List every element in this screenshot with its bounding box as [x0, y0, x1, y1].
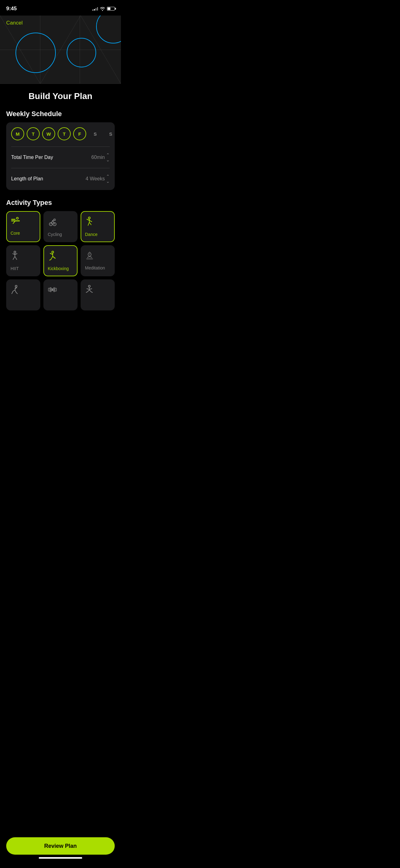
length-stepper-icon: ⌃⌄ — [106, 174, 110, 184]
length-of-plan-value[interactable]: 4 Weeks ⌃⌄ — [86, 174, 110, 184]
svg-rect-18 — [55, 288, 57, 291]
svg-rect-15 — [48, 288, 50, 291]
hiit-icon — [10, 251, 19, 263]
activity-kickboxing[interactable]: Kickboxing — [43, 245, 77, 276]
length-of-plan-row: Length of Plan 4 Weeks ⌃⌄ — [11, 173, 110, 185]
dance-icon — [85, 217, 94, 229]
total-time-row: Total Time Per Day 60min ⌃⌄ — [11, 151, 110, 164]
cancel-button[interactable]: Cancel — [6, 20, 23, 26]
svg-point-12 — [89, 254, 90, 254]
yoga-icon — [85, 285, 94, 297]
running-icon — [10, 285, 19, 297]
activity-more-3[interactable] — [80, 279, 115, 310]
activity-types-title: Activity Types — [6, 199, 115, 207]
signal-icon — [92, 7, 98, 10]
activity-cycling[interactable]: Cycling — [43, 211, 77, 242]
hiit-label: HIIT — [10, 266, 19, 271]
day-monday[interactable]: M — [11, 127, 24, 140]
strength-icon — [48, 285, 57, 295]
days-row: M T W T F S S — [11, 127, 110, 140]
status-time: 9:45 — [6, 6, 17, 12]
core-icon — [10, 217, 21, 227]
meditation-icon — [85, 251, 94, 262]
activity-more-1[interactable] — [6, 279, 40, 310]
divider-1 — [11, 147, 110, 147]
activity-more-2[interactable] — [43, 279, 77, 310]
svg-point-5 — [16, 217, 18, 219]
core-label: Core — [10, 231, 20, 236]
weekly-schedule-title: Weekly Schedule — [6, 110, 115, 118]
day-saturday[interactable]: S — [89, 127, 102, 140]
activity-hiit[interactable]: HIIT — [6, 245, 40, 276]
kickboxing-icon — [48, 251, 58, 263]
day-thursday[interactable]: T — [58, 127, 71, 140]
day-tuesday[interactable]: T — [27, 127, 40, 140]
header-decoration: Cancel — [0, 16, 121, 84]
day-wednesday[interactable]: W — [42, 127, 55, 140]
svg-rect-14 — [52, 289, 53, 290]
total-time-value[interactable]: 60min ⌃⌄ — [91, 152, 110, 162]
meditation-label: Meditation — [85, 266, 105, 270]
day-friday[interactable]: F — [73, 127, 86, 140]
wifi-icon — [100, 7, 105, 11]
cycling-label: Cycling — [48, 232, 62, 237]
day-sunday[interactable]: S — [104, 127, 117, 140]
activity-core[interactable]: Core — [6, 211, 40, 242]
status-bar: 9:45 — [0, 0, 121, 16]
activity-dance[interactable]: Dance — [80, 211, 115, 242]
activity-meditation[interactable]: Meditation — [80, 245, 115, 276]
divider-2 — [11, 168, 110, 168]
dance-label: Dance — [85, 232, 97, 237]
activity-grid: Core Cycling — [6, 211, 115, 310]
kickboxing-label: Kickboxing — [48, 266, 69, 271]
total-time-stepper-icon: ⌃⌄ — [106, 152, 110, 162]
cycling-icon — [48, 217, 58, 229]
main-content: Build Your Plan Weekly Schedule M T W T … — [0, 91, 121, 310]
status-icons — [92, 7, 115, 11]
schedule-card: M T W T F S S Total Time Per Day 60min ⌃… — [6, 122, 115, 190]
battery-icon — [107, 7, 115, 10]
total-time-label: Total Time Per Day — [11, 155, 53, 160]
page-title: Build Your Plan — [6, 91, 115, 101]
length-of-plan-label: Length of Plan — [11, 176, 43, 182]
svg-rect-4 — [11, 219, 15, 220]
